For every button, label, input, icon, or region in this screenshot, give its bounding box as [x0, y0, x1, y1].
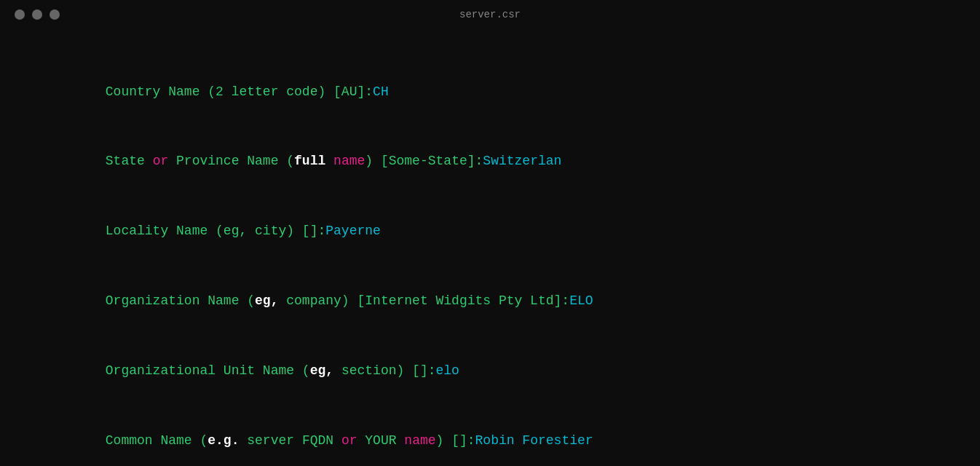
orgunit-label-1: Organizational Unit Name ( — [106, 363, 310, 378]
locality-value: Payerne — [325, 224, 381, 238]
maximize-button[interactable] — [50, 9, 60, 20]
title-bar: server.csr — [0, 0, 980, 29]
common-value: Robin Forestier — [475, 433, 593, 448]
common-eg: e.g. — [208, 433, 239, 448]
locality-label: Locality Name (eg, city) []: — [106, 224, 325, 238]
state-value: Switzerlan — [483, 154, 561, 168]
minimize-button[interactable] — [32, 9, 42, 20]
state-label-1: State — [106, 154, 153, 168]
orgunit-value: elo — [436, 363, 459, 378]
window-title: server.csr — [459, 9, 521, 20]
orgunit-eg: eg, — [310, 363, 333, 378]
state-full: full — [294, 154, 325, 168]
line-orgunit: Organizational Unit Name (eg, section) [… — [58, 337, 922, 404]
close-button[interactable] — [15, 9, 25, 20]
state-name: name — [333, 154, 365, 168]
state-label-2: Province Name ( — [168, 154, 294, 168]
common-label-4: ) []: — [436, 433, 475, 448]
state-label-3 — [325, 154, 333, 168]
line-country: Country Name (2 letter code) [AU]:CH — [58, 58, 922, 125]
org-label-2: company) [Internet Widgits Pty Ltd]: — [278, 293, 569, 308]
org-eg: eg, — [255, 293, 278, 308]
window-controls — [15, 9, 60, 20]
country-value: CH — [373, 84, 389, 99]
common-or: or — [341, 433, 357, 448]
common-label-1: Common Name ( — [106, 433, 208, 448]
terminal-window: server.csr Country Name (2 letter code) … — [0, 0, 980, 466]
line-state: State or Province Name (full name) [Some… — [58, 128, 922, 195]
common-label-3: YOUR — [357, 433, 405, 448]
terminal-content: Country Name (2 letter code) [AU]:CH Sta… — [0, 29, 980, 466]
org-value: ELO — [569, 293, 593, 308]
common-name: name — [404, 433, 435, 448]
line-locality: Locality Name (eg, city) []:Payerne — [58, 198, 922, 265]
state-label-4: ) [Some-State]: — [365, 154, 483, 168]
country-label: Country Name (2 letter code) [AU]: — [106, 84, 373, 99]
common-label-2: server FQDN — [239, 433, 341, 448]
org-label-1: Organization Name ( — [106, 293, 255, 308]
orgunit-label-2: section) []: — [333, 363, 435, 378]
state-or: or — [153, 154, 169, 168]
line-organization: Organization Name (eg, company) [Interne… — [58, 267, 922, 334]
line-common: Common Name (e.g. server FQDN or YOUR na… — [58, 407, 922, 466]
